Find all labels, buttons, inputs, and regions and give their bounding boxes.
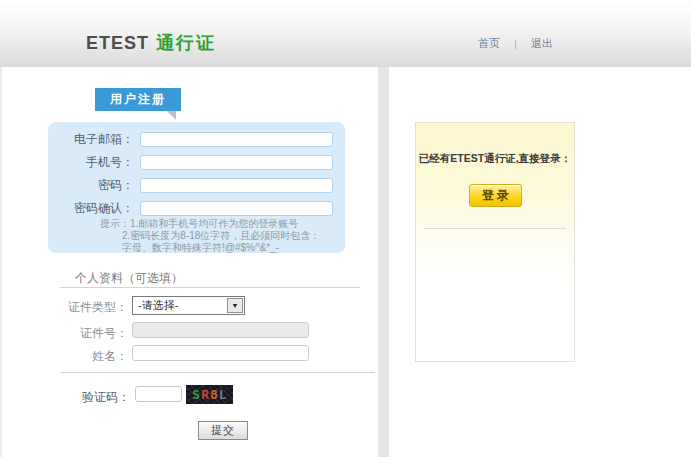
brand-suffix: 通行证 xyxy=(156,33,216,53)
id-type-selected-value: -请选择- xyxy=(138,299,178,311)
captcha-label: 验证码： xyxy=(50,389,130,406)
nav-home-link[interactable]: 首页 xyxy=(476,36,502,51)
captcha-char: S xyxy=(192,387,200,402)
profile-section-title: 个人资料（可选填） xyxy=(75,270,183,287)
captcha-char: 8 xyxy=(210,387,218,402)
id-number-field xyxy=(132,322,309,338)
submit-button[interactable]: 提交 xyxy=(198,421,248,440)
login-panel: 已经有ETEST通行证,直接登录： 登录 xyxy=(415,122,575,362)
name-label: 姓名： xyxy=(48,348,128,365)
id-type-label: 证件类型： xyxy=(48,299,128,316)
captcha-char: R xyxy=(201,387,209,402)
login-message: 已经有ETEST通行证,直接登录： xyxy=(418,152,572,166)
name-field[interactable] xyxy=(132,345,309,361)
form-row-email: 电子邮箱： xyxy=(58,131,333,148)
nav-logout-link[interactable]: 退出 xyxy=(529,36,555,51)
register-form-panel: 电子邮箱： 手机号： 密码： 密码确认： 提示：1.邮箱和手机号均可作为您的登录… xyxy=(48,122,345,253)
profile-section-divider xyxy=(60,287,360,288)
password-field[interactable] xyxy=(140,178,333,193)
email-label: 电子邮箱： xyxy=(58,131,134,148)
id-type-select[interactable]: -请选择- ▼ xyxy=(132,296,245,315)
form-row-phone: 手机号： xyxy=(58,154,333,171)
chevron-down-icon: ▼ xyxy=(232,302,239,309)
form-row-password: 密码： xyxy=(58,177,333,194)
column-divider xyxy=(378,67,389,457)
phone-label: 手机号： xyxy=(58,154,134,171)
form-row-password-confirm: 密码确认： xyxy=(58,200,333,217)
password-hint: 提示：1.邮箱和手机号均可作为您的登录账号 2.密码长度为8-18位字符，且必须… xyxy=(100,218,332,254)
password-confirm-label: 密码确认： xyxy=(58,200,134,217)
header: ETEST通行证 首页 | 退出 xyxy=(0,0,691,67)
captcha-section-divider xyxy=(60,372,375,373)
login-panel-divider xyxy=(424,228,566,229)
hint-line-1: 提示：1.邮箱和手机号均可作为您的登录账号 xyxy=(100,218,332,230)
tab-tail-decoration xyxy=(167,111,176,120)
password-confirm-field[interactable] xyxy=(140,201,333,216)
tab-user-register: 用户注册 xyxy=(95,88,181,111)
phone-field[interactable] xyxy=(140,155,333,170)
id-number-label: 证件号： xyxy=(48,325,128,342)
captcha-input[interactable] xyxy=(135,386,182,402)
left-edge-divider xyxy=(0,67,2,457)
nav-separator: | xyxy=(514,38,517,50)
brand-logo: ETEST通行证 xyxy=(86,31,216,55)
hint-line-2: 2.密码长度为8-18位字符，且必须同时包含：字母、数字和特殊字符!@#$%^&… xyxy=(122,230,322,254)
captcha-image[interactable]: S R 8 L xyxy=(186,385,233,404)
captcha-char: L xyxy=(219,387,227,402)
select-arrow-button[interactable]: ▼ xyxy=(227,298,243,313)
login-button[interactable]: 登录 xyxy=(469,184,522,207)
header-nav: 首页 | 退出 xyxy=(476,36,555,51)
password-label: 密码： xyxy=(58,177,134,194)
email-field[interactable] xyxy=(140,132,333,147)
brand-name: ETEST xyxy=(86,33,149,53)
page: ETEST通行证 首页 | 退出 用户注册 电子邮箱： 手机号： 密码： 密码确… xyxy=(0,0,691,457)
